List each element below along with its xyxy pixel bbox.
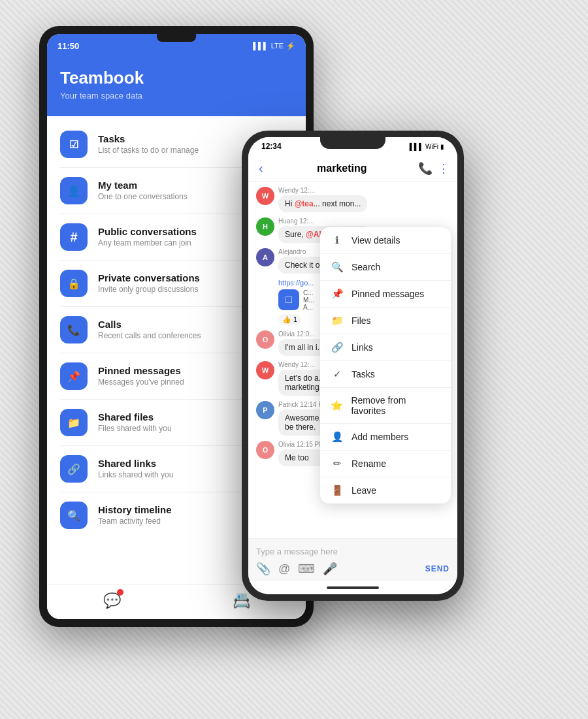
mic-icon[interactable]: 🎤 xyxy=(323,562,337,576)
avatar-huang: H xyxy=(256,217,274,236)
phone-device: 12:34 ▌▌▌ WiFi ▮ ‹ marketing 📞 ⋮ W xyxy=(242,131,464,601)
header-action-icons: 📞 ⋮ xyxy=(418,161,449,176)
tablet-time: 11:50 xyxy=(57,41,79,51)
phone-status-icons: ▌▌▌ WiFi ▮ xyxy=(410,143,444,150)
msg-bubble: Me too xyxy=(278,449,325,466)
menu-item-desc-tasks: List of tasks to do or manage xyxy=(98,145,199,156)
history-icon: 🔍 xyxy=(60,502,88,529)
bubble-wendy-1: Wendy 12:... Hi @tea... next mon... xyxy=(278,187,367,212)
menu-item-text-tasks: Tasks List of tasks to do or manage xyxy=(98,133,199,156)
my-team-icon: 👤 xyxy=(60,177,88,204)
menu-item-label: Remove from favorites xyxy=(351,395,440,416)
tab-chat[interactable]: 💬 xyxy=(103,592,121,610)
avatar-olivia: O xyxy=(256,330,274,349)
chat-area: W Wendy 12:... Hi @tea... next mon... H … xyxy=(248,182,457,538)
msg-meta: Olivia 12:15 PM xyxy=(278,441,325,448)
tab-contacts[interactable]: 📇 xyxy=(232,592,250,610)
attachment-icon[interactable]: 📎 xyxy=(256,562,270,576)
back-button[interactable]: ‹ xyxy=(256,159,266,177)
menu-item-desc-calls: Recent calls and conferences xyxy=(98,330,201,342)
link-text: https://go... xyxy=(278,279,314,287)
avatar-alejandro: A xyxy=(256,248,274,266)
menu-item-title-shared-links: Shared links xyxy=(98,457,173,470)
menu-item-text-calls: Calls Recent calls and conferences xyxy=(98,318,201,342)
phone-signal-icon: ▌▌▌ xyxy=(410,143,423,150)
msg-meta: Wendy 12:... xyxy=(278,187,367,194)
calls-icon: 📞 xyxy=(60,316,88,344)
link-icon: 🔗 xyxy=(331,342,344,353)
star-icon: ⭐ xyxy=(331,400,343,411)
chat-title: marketing xyxy=(271,163,413,174)
message-input[interactable]: Type a message here xyxy=(256,544,449,562)
menu-search[interactable]: 🔍 Search xyxy=(320,254,451,281)
emoji-icon[interactable]: ⌨ xyxy=(298,562,315,576)
input-bar: Type a message here 📎 @ ⌨ 🎤 SEND xyxy=(248,538,457,581)
menu-item-desc-shared-links: Links shared with you xyxy=(98,470,173,481)
menu-item-title-calls: Calls xyxy=(98,318,201,331)
menu-files[interactable]: 📁 Files xyxy=(320,308,451,334)
call-button[interactable]: 📞 xyxy=(418,161,433,176)
menu-links[interactable]: 🔗 Links xyxy=(320,334,451,361)
tablet-header: Teambook Your team space data xyxy=(47,57,306,116)
menu-item-desc-my-team: One to one conversations xyxy=(98,191,188,202)
menu-item-label: Add members xyxy=(351,432,408,442)
pin-icon: 📌 xyxy=(331,288,344,300)
public-conv-icon: # xyxy=(60,223,88,251)
send-button[interactable]: SEND xyxy=(425,564,449,573)
mention-icon[interactable]: @ xyxy=(278,562,290,576)
avatar-wendy: W xyxy=(256,187,274,205)
menu-item-desc-history-timeline: Team activity feed xyxy=(98,516,172,527)
signal-icon: ▌▌▌ xyxy=(253,42,268,50)
menu-item-label: Leave xyxy=(351,485,376,496)
phone-wifi-icon: WiFi xyxy=(425,143,438,150)
menu-item-desc-private-conversations: Invite only group discussions xyxy=(98,284,200,295)
menu-item-label: Links xyxy=(351,342,373,353)
edit-icon: ✏ xyxy=(331,458,344,470)
link-message: https://go... □ C...M...A... 👍 1 xyxy=(278,279,314,325)
tasks-icon: ✓ xyxy=(331,368,344,380)
menu-item-title-tasks: Tasks xyxy=(98,133,199,146)
menu-pinned-messages[interactable]: 📌 Pinned messages xyxy=(320,281,451,308)
leave-icon: 🚪 xyxy=(331,485,344,496)
menu-item-text-history-timeline: History timeline Team activity feed xyxy=(98,503,172,527)
menu-item-title-shared-files: Shared files xyxy=(98,411,172,424)
folder-icon: 📁 xyxy=(331,315,344,327)
menu-item-title-history-timeline: History timeline xyxy=(98,503,172,517)
msg-bubble: Hi @tea... next mon... xyxy=(278,195,367,212)
menu-rename[interactable]: ✏ Rename xyxy=(320,451,451,477)
menu-item-label: Files xyxy=(351,315,371,326)
menu-view-details[interactable]: ℹ View details xyxy=(320,227,451,254)
menu-item-text-shared-links: Shared links Links shared with you xyxy=(98,457,173,481)
avatar-patrick: P xyxy=(256,401,274,419)
private-conv-icon: 🔒 xyxy=(60,270,88,297)
search-icon: 🔍 xyxy=(331,261,344,273)
menu-leave[interactable]: 🚪 Leave xyxy=(320,477,451,503)
home-bar xyxy=(327,586,379,589)
more-button[interactable]: ⋮ xyxy=(438,161,449,176)
menu-item-text-my-team: My team One to one conversations xyxy=(98,179,188,202)
phone-time: 12:34 xyxy=(261,142,282,151)
reaction-emoji[interactable]: 👍 1 xyxy=(278,314,301,325)
pinned-icon: 📌 xyxy=(60,362,88,390)
files-icon: 📁 xyxy=(60,409,88,436)
menu-item-title-private-conversations: Private conversations xyxy=(98,272,200,285)
network-label: LTE xyxy=(271,42,284,50)
tablet-status-icons: ▌▌▌ LTE ⚡ xyxy=(253,42,295,50)
menu-add-members[interactable]: 👤 Add members xyxy=(320,424,451,451)
menu-item-label: View details xyxy=(351,235,400,246)
chat-badge xyxy=(117,589,123,596)
menu-item-label: Search xyxy=(351,262,380,272)
home-indicator xyxy=(248,581,457,594)
menu-item-text-public-conversations: Public conversations Any team member can… xyxy=(98,225,197,249)
message-wendy-1: W Wendy 12:... Hi @tea... next mon... xyxy=(256,187,449,212)
context-menu: ℹ View details 🔍 Search 📌 Pinned message… xyxy=(320,227,451,503)
avatar-wendy-2: W xyxy=(256,361,274,379)
battery-icon: ⚡ xyxy=(286,42,295,50)
link-card-text: C...M...A... xyxy=(303,289,314,313)
bubble-olivia-2: Olivia 12:15 PM Me too xyxy=(278,441,325,466)
tablet-notch xyxy=(157,34,196,42)
phone-battery-icon: ▮ xyxy=(440,143,444,150)
menu-tasks[interactable]: ✓ Tasks xyxy=(320,361,451,388)
menu-remove-favorites[interactable]: ⭐ Remove from favorites xyxy=(320,388,451,424)
msg-meta: Huang 12:... xyxy=(278,217,371,225)
